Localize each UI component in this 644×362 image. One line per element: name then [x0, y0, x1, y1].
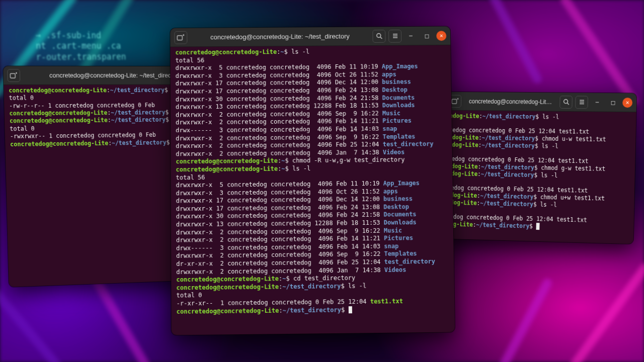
search-icon: [376, 33, 382, 39]
svg-line-6: [380, 37, 382, 39]
new-tab-button[interactable]: [7, 69, 20, 82]
new-tab-icon: [177, 34, 185, 41]
svg-point-2: [564, 100, 568, 104]
search-button[interactable]: [559, 96, 573, 109]
close-button[interactable]: ✕: [622, 98, 632, 108]
window-title: concretedog@concretedog-Lite: ~/test_dir…: [466, 98, 555, 105]
titlebar[interactable]: concretedog@concretedog-Lite: ~/test_dir…: [445, 92, 637, 112]
maximize-button[interactable]: □: [420, 29, 433, 42]
maximize-button[interactable]: □: [607, 96, 620, 109]
minimize-button[interactable]: −: [591, 96, 604, 109]
terminal-window-center[interactable]: concretedog@concretedog-Lite: ~/test_dir…: [170, 26, 455, 335]
search-icon: [563, 99, 570, 105]
background-code-text: → .sf-sub-ind nt .cart-menu .ca r-outer.…: [36, 30, 126, 63]
svg-rect-0: [10, 73, 15, 78]
terminal-body[interactable]: edog-Lite:~/test_directory$ ls -l tedog …: [442, 111, 636, 238]
search-button[interactable]: [372, 30, 385, 43]
svg-point-5: [376, 34, 380, 38]
new-tab-button[interactable]: [174, 31, 187, 44]
svg-line-3: [567, 103, 569, 105]
new-tab-icon: [10, 72, 18, 79]
menu-button[interactable]: [388, 30, 401, 43]
menu-button[interactable]: [575, 96, 588, 109]
titlebar[interactable]: concretedog@concretedog-Lite: ~/test_dir…: [170, 26, 450, 47]
hamburger-icon: [392, 33, 398, 39]
terminal-window-right[interactable]: concretedog@concretedog-Lite: ~/test_dir…: [441, 92, 636, 244]
new-tab-icon: [451, 98, 459, 105]
svg-rect-1: [452, 99, 457, 104]
window-title: concretedog@concretedog-Lite: ~/test_dir…: [192, 32, 367, 41]
close-button[interactable]: ✕: [436, 31, 446, 41]
terminal-body[interactable]: concretedog@concretedog-Lite:~$ ls -l to…: [170, 45, 454, 321]
minimize-button[interactable]: −: [405, 29, 418, 42]
hamburger-icon: [579, 99, 585, 105]
svg-rect-4: [177, 35, 182, 40]
